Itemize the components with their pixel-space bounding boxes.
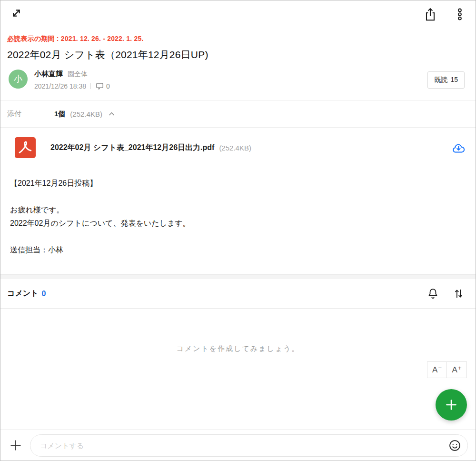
- author-name: 小林直輝: [34, 70, 63, 79]
- body-line: お疲れ様です。: [10, 203, 466, 217]
- attachment-count: 1個: [54, 110, 65, 119]
- font-letter: A: [432, 365, 437, 375]
- comment-bubble-icon: [95, 81, 104, 90]
- body-line: [10, 190, 466, 203]
- smiley-icon: [448, 439, 462, 452]
- post-datetime: 2021/12/26 18:38: [34, 82, 86, 90]
- plus-icon: [443, 397, 459, 413]
- read-count-button[interactable]: 既読 15: [427, 71, 465, 89]
- more-menu-button[interactable]: [454, 7, 466, 21]
- attachment-label: 添付: [7, 110, 54, 119]
- new-comment-fab[interactable]: [436, 389, 467, 421]
- pdf-icon: [15, 137, 36, 158]
- notification-button[interactable]: [426, 287, 439, 300]
- divider: [90, 83, 91, 89]
- audience-scope: 園全体: [68, 70, 88, 79]
- top-toolbar: [0, 0, 476, 22]
- download-button[interactable]: [451, 141, 466, 154]
- sort-arrows-icon: [452, 287, 465, 300]
- comment-input[interactable]: [40, 441, 448, 450]
- avatar: 小: [9, 70, 28, 89]
- expand-button[interactable]: [10, 7, 23, 20]
- sort-button[interactable]: [452, 287, 465, 300]
- post-comment-count: 0: [106, 82, 110, 90]
- expand-icon: [10, 7, 23, 20]
- font-size-controls: A− A+: [427, 361, 467, 378]
- minus-sign: −: [438, 364, 442, 371]
- post-body: 【2021年12月26日投稿】 お疲れ様です。 2022年02月のシフトについて…: [0, 165, 476, 257]
- post-detail-view: 必読表示の期間 : 2021. 12. 26. - 2022. 1. 25. 2…: [0, 0, 476, 461]
- required-reading-period: 必読表示の期間 : 2021. 12. 26. - 2022. 1. 25.: [7, 35, 466, 43]
- comment-count: 0: [42, 290, 46, 298]
- bell-icon: [426, 287, 439, 300]
- section-separator: [0, 274, 476, 279]
- comment-section-header: コメント 0: [0, 279, 476, 309]
- attachment-total-size: (252.4KB): [70, 110, 102, 118]
- font-increase-button[interactable]: A+: [447, 361, 467, 378]
- attachment-file-size: (252.4KB): [219, 144, 251, 152]
- comment-composer-bar: [0, 430, 476, 461]
- body-line: 送信担当：小林: [10, 243, 466, 257]
- cloud-download-icon: [451, 141, 466, 154]
- body-line: [10, 230, 466, 243]
- share-button[interactable]: [423, 7, 437, 22]
- comment-input-field[interactable]: [30, 434, 468, 457]
- attachment-file-row[interactable]: 2022年02月 シフト表_2021年12月26日出力.pdf (252.4KB…: [0, 128, 476, 165]
- share-icon: [423, 7, 437, 22]
- body-line: 2022年02月のシフトについて、発表をいたします。: [10, 217, 466, 230]
- comments-empty-message: コメントを作成してみましょう。: [0, 344, 476, 353]
- emoji-button[interactable]: [448, 439, 462, 452]
- comment-section-title: コメント: [7, 289, 39, 299]
- body-line: 【2021年12月26日投稿】: [10, 177, 466, 190]
- author-row: 小 小林直輝 園全体 2021/12/26 18:38 0: [9, 70, 466, 90]
- read-badge-count: 15: [450, 76, 458, 84]
- plus-icon: [9, 438, 23, 452]
- font-letter: A: [452, 365, 457, 375]
- read-badge-label: 既読: [434, 76, 447, 84]
- chevron-up-icon[interactable]: [107, 109, 117, 119]
- attachment-file-name: 2022年02月 シフト表_2021年12月26日出力.pdf: [50, 143, 214, 153]
- plus-sign: +: [458, 364, 462, 371]
- attachment-summary-row[interactable]: 添付 1個 (252.4KB): [0, 100, 476, 128]
- add-attachment-button[interactable]: [9, 438, 23, 452]
- more-vertical-icon: [454, 7, 466, 21]
- font-decrease-button[interactable]: A−: [427, 361, 447, 378]
- post-title: 2022年02月 シフト表（2021年12月26日UP): [7, 48, 466, 61]
